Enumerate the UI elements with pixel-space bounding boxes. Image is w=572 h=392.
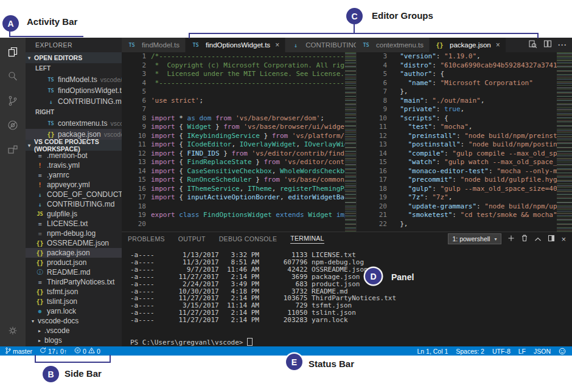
line-number: 19 (357, 193, 387, 202)
debug-icon[interactable] (0, 113, 26, 137)
code-line: 2 * Copyright (c) Microsoft Corporation.… (122, 61, 356, 70)
file-tree: ≡.mention-bot!.travis.yml≡.yarnrc!appvey… (26, 151, 122, 345)
annotation-a-underline (9, 36, 83, 37)
tab-findModel.ts[interactable]: TSfindModel.ts (122, 38, 186, 52)
branch-status[interactable]: master (5, 347, 32, 356)
file-item[interactable]: {}tsfmt.json (26, 287, 122, 297)
panel-tab-debug-console[interactable]: DEBUG CONSOLE (219, 235, 277, 242)
file-path: vscode/src/... (110, 120, 122, 127)
language-mode[interactable]: JSON (534, 348, 551, 355)
ts-file-icon: TS (127, 42, 136, 48)
code-line: 17import { inputActiveOptionBorder, edit… (122, 193, 356, 202)
code-line: 14 "compile": "gulp compile --max_old_sp… (357, 150, 572, 159)
eol-sequence[interactable]: LF (518, 348, 526, 355)
editor-left[interactable]: 1/*-------------------------------------… (122, 52, 356, 232)
close-panel-button[interactable]: × (561, 235, 566, 243)
code-line: 15import { RunOnceScheduler } from 'vs/b… (122, 176, 356, 185)
sync-status[interactable]: 17↓ 0↑ (40, 347, 67, 355)
folder-item[interactable]: ▸.vscode (26, 326, 122, 335)
file-item[interactable]: ≡LICENSE.txt (26, 219, 122, 229)
indentation[interactable]: Spaces: 2 (456, 348, 484, 355)
prompt-text: PS C:\Users\gregvanl\vscode> (130, 339, 247, 346)
file-item[interactable]: ↓CONTRIBUTING.md (26, 199, 122, 209)
file-item[interactable]: ●yarn.lock (26, 306, 122, 316)
encoding[interactable]: UTF-8 (492, 348, 511, 355)
file-item[interactable]: ≡npm-debug.log (26, 229, 122, 238)
terminal[interactable]: -a---- 1/13/2017 3:32 PM 1133 LICENSE.tx… (122, 246, 572, 346)
panel-tab-problems[interactable]: PROBLEMS (128, 235, 165, 242)
maximize-panel-button[interactable] (534, 233, 542, 244)
file-name: ThirdPartyNotices.txt (47, 278, 114, 286)
file-item[interactable]: ≡.yarnrc (26, 170, 122, 180)
cursor-position[interactable]: Ln 1, Col 1 (417, 348, 448, 355)
kill-terminal-button[interactable] (521, 233, 528, 244)
open-editor-item[interactable]: TSfindOptionsWidget.tsvsco... (26, 85, 122, 96)
code-line: 13 "postinstall": "node build/npm/postin… (357, 140, 572, 150)
file-item[interactable]: {}OSSREADME.json (26, 238, 122, 248)
editor-group-1-tabs: TSfindModel.tsTSfindOptionsWidget.ts×↓CO… (122, 38, 356, 52)
minimap[interactable] (345, 52, 356, 232)
open-editors-header[interactable]: ▾ OPEN EDITORS (26, 52, 122, 63)
file-item[interactable]: ⓘREADME.md (26, 267, 122, 277)
explorer-icon[interactable] (0, 40, 26, 64)
open-editor-item[interactable]: ↓CONTRIBUTING.mdvscode (26, 96, 122, 107)
tab-package.json[interactable]: {}package.json× (430, 38, 506, 52)
json-file-icon: {} (46, 131, 55, 138)
folder-item[interactable]: ▾vscode-docs (26, 316, 122, 326)
code-line: 20 (122, 220, 356, 229)
extensions-icon[interactable] (0, 137, 26, 162)
open-editor-item[interactable]: TSfindModel.tsvscode/src/vs/... (26, 74, 122, 85)
chevron-down-icon: ▾ (32, 318, 38, 324)
open-editors-group-label: RIGHT (26, 107, 122, 118)
list-file-icon: ≡ (35, 153, 44, 159)
file-item[interactable]: !.travis.yml (26, 160, 122, 170)
editor-right[interactable]: 3 "version": "1.19.0",4 "distro": "610ca… (356, 52, 572, 232)
file-item[interactable]: !appveyor.yml (26, 180, 122, 190)
open-preview-icon[interactable] (528, 40, 537, 51)
split-editor-icon[interactable] (543, 40, 552, 50)
close-icon[interactable]: × (275, 41, 279, 49)
workspace-header[interactable]: ▾ VS CODE PROJECTS (WORKSPACE) (26, 140, 122, 151)
minimap[interactable] (557, 52, 572, 232)
code-text: "postinstall": "node build/npm/postinsta… (392, 140, 572, 150)
yarn-file-icon: ● (35, 308, 44, 314)
file-item[interactable]: {}package.json (26, 248, 122, 258)
code-text: *---------------------------------------… (151, 79, 356, 88)
feedback-smiley-icon[interactable] (559, 348, 566, 355)
close-icon[interactable]: × (496, 41, 500, 49)
code-text: "preinstall": "node build/npm/preinstall… (392, 132, 572, 141)
settings-gear-icon[interactable] (0, 318, 26, 343)
code-line: 17 "precommit": "node build/gulpfile.hyg… (357, 176, 572, 185)
file-item[interactable]: ↓CODE_OF_CONDUCT.md (26, 190, 122, 199)
terminal-select[interactable]: 1: powershell ▾ (448, 233, 502, 244)
file-item[interactable]: JSgulpfile.js (26, 209, 122, 219)
file-item[interactable]: ≡ThirdPartyNotices.txt (26, 277, 122, 287)
panel-tab-output[interactable]: OUTPUT (178, 235, 206, 242)
more-actions-icon[interactable]: ··· (558, 41, 567, 49)
panel-tab-terminal[interactable]: TERMINAL (290, 235, 324, 244)
problems-status[interactable]: 0 0 (74, 347, 100, 355)
code-line: 7 }, (357, 88, 572, 97)
move-panel-button[interactable] (548, 233, 555, 244)
open-editor-item[interactable]: TScontextmenu.tsvscode/src/... (26, 118, 122, 129)
file-name: README.md (47, 268, 90, 277)
code-text: "watch": "gulp watch --max_old_space_siz… (392, 158, 572, 167)
tab-findOptionsWidget.ts[interactable]: TSfindOptionsWidget.ts× (186, 38, 285, 52)
source-control-icon[interactable] (0, 89, 26, 113)
code-text: import { CaseSensitiveCheckbox, WholeWor… (151, 167, 356, 176)
file-name: .yarnrc (47, 171, 69, 179)
line-number: 5 (357, 70, 387, 79)
line-number: 14 (122, 167, 146, 176)
file-item[interactable]: {}tslint.json (26, 297, 122, 306)
tab-contextmenu.ts[interactable]: TScontextmenu.ts (356, 38, 430, 52)
vscode-window: EXPLORER ▾ OPEN EDITORS LEFTTSfindModel.… (0, 38, 572, 356)
sync-icon (40, 347, 46, 355)
file-item[interactable]: {}product.json (26, 258, 122, 267)
json-file-icon: {} (35, 240, 44, 247)
folder-item[interactable]: ▸blogs (26, 335, 122, 345)
new-terminal-button[interactable] (507, 233, 515, 244)
search-icon[interactable] (0, 64, 26, 89)
git-branch-icon (5, 347, 11, 356)
json-file-icon: {} (35, 250, 44, 256)
file-name: blogs (44, 336, 62, 345)
